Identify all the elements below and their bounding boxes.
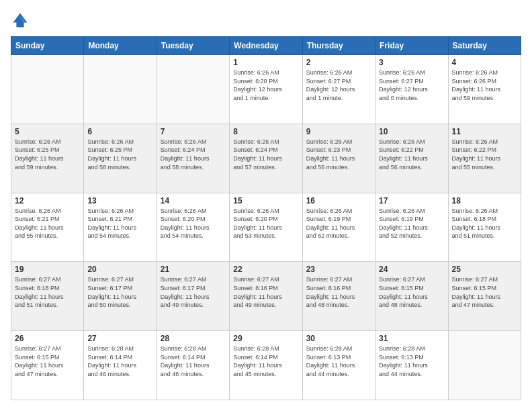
day-info: Sunrise: 6:27 AM Sunset: 6:15 PM Dayligh… <box>379 275 444 309</box>
calendar-day-cell: 31Sunrise: 6:28 AM Sunset: 6:13 PM Dayli… <box>375 331 448 400</box>
day-number: 12 <box>15 196 80 205</box>
calendar-day-cell: 6Sunrise: 6:26 AM Sunset: 6:25 PM Daylig… <box>84 124 157 193</box>
calendar-day-cell <box>11 55 84 124</box>
calendar-day-cell: 11Sunrise: 6:26 AM Sunset: 6:22 PM Dayli… <box>448 124 521 193</box>
day-number: 24 <box>379 265 444 274</box>
day-number: 28 <box>161 334 226 343</box>
calendar-day-cell: 30Sunrise: 6:28 AM Sunset: 6:13 PM Dayli… <box>302 331 375 400</box>
day-number: 18 <box>452 196 517 205</box>
day-number: 21 <box>161 265 226 274</box>
calendar-day-cell: 15Sunrise: 6:26 AM Sunset: 6:20 PM Dayli… <box>230 193 302 262</box>
weekday-header: Sunday <box>11 37 84 55</box>
weekday-header: Friday <box>375 37 448 55</box>
day-number: 10 <box>379 127 444 136</box>
calendar-day-cell: 18Sunrise: 6:26 AM Sunset: 6:18 PM Dayli… <box>448 193 521 262</box>
day-info: Sunrise: 6:26 AM Sunset: 6:27 PM Dayligh… <box>306 68 371 102</box>
day-info: Sunrise: 6:28 AM Sunset: 6:14 PM Dayligh… <box>161 345 226 378</box>
day-info: Sunrise: 6:26 AM Sunset: 6:24 PM Dayligh… <box>233 138 298 171</box>
calendar-day-cell: 22Sunrise: 6:27 AM Sunset: 6:16 PM Dayli… <box>230 262 302 331</box>
day-number: 27 <box>87 334 152 343</box>
day-info: Sunrise: 6:27 AM Sunset: 6:17 PM Dayligh… <box>87 275 152 309</box>
day-number: 9 <box>306 127 371 136</box>
header <box>11 11 521 30</box>
day-number: 13 <box>87 196 152 205</box>
calendar-day-cell: 17Sunrise: 6:26 AM Sunset: 6:19 PM Dayli… <box>375 193 448 262</box>
calendar-day-cell: 10Sunrise: 6:26 AM Sunset: 6:22 PM Dayli… <box>375 124 448 193</box>
day-info: Sunrise: 6:26 AM Sunset: 6:23 PM Dayligh… <box>306 138 371 171</box>
weekday-header: Monday <box>84 37 157 55</box>
weekday-header: Wednesday <box>230 37 302 55</box>
day-info: Sunrise: 6:26 AM Sunset: 6:22 PM Dayligh… <box>379 138 444 171</box>
day-number: 15 <box>233 196 298 205</box>
calendar-day-cell: 25Sunrise: 6:27 AM Sunset: 6:15 PM Dayli… <box>448 262 521 331</box>
day-info: Sunrise: 6:26 AM Sunset: 6:24 PM Dayligh… <box>161 138 226 171</box>
calendar-day-cell: 21Sunrise: 6:27 AM Sunset: 6:17 PM Dayli… <box>157 262 229 331</box>
calendar-day-cell: 4Sunrise: 6:26 AM Sunset: 6:26 PM Daylig… <box>448 55 521 124</box>
day-info: Sunrise: 6:26 AM Sunset: 6:25 PM Dayligh… <box>15 138 80 171</box>
day-number: 2 <box>306 58 371 67</box>
day-number: 3 <box>379 58 444 67</box>
day-number: 7 <box>161 127 226 136</box>
day-number: 30 <box>306 334 371 343</box>
calendar-day-cell: 28Sunrise: 6:28 AM Sunset: 6:14 PM Dayli… <box>157 331 229 400</box>
day-info: Sunrise: 6:28 AM Sunset: 6:13 PM Dayligh… <box>379 345 444 378</box>
day-info: Sunrise: 6:26 AM Sunset: 6:27 PM Dayligh… <box>379 68 444 102</box>
day-number: 1 <box>233 58 298 67</box>
calendar-day-cell: 27Sunrise: 6:28 AM Sunset: 6:14 PM Dayli… <box>84 331 157 400</box>
calendar-week-row: 26Sunrise: 6:27 AM Sunset: 6:15 PM Dayli… <box>11 331 521 400</box>
calendar-day-cell: 19Sunrise: 6:27 AM Sunset: 6:18 PM Dayli… <box>11 262 84 331</box>
page: SundayMondayTuesdayWednesdayThursdayFrid… <box>0 0 532 411</box>
day-info: Sunrise: 6:27 AM Sunset: 6:16 PM Dayligh… <box>306 275 371 309</box>
day-info: Sunrise: 6:27 AM Sunset: 6:15 PM Dayligh… <box>15 345 80 378</box>
calendar-day-cell: 12Sunrise: 6:26 AM Sunset: 6:21 PM Dayli… <box>11 193 84 262</box>
day-info: Sunrise: 6:28 AM Sunset: 6:14 PM Dayligh… <box>233 345 298 378</box>
calendar-day-cell: 24Sunrise: 6:27 AM Sunset: 6:15 PM Dayli… <box>375 262 448 331</box>
day-info: Sunrise: 6:26 AM Sunset: 6:26 PM Dayligh… <box>452 68 517 102</box>
calendar-table: SundayMondayTuesdayWednesdayThursdayFrid… <box>11 36 521 400</box>
calendar-day-cell: 7Sunrise: 6:26 AM Sunset: 6:24 PM Daylig… <box>157 124 229 193</box>
day-info: Sunrise: 6:27 AM Sunset: 6:17 PM Dayligh… <box>161 275 226 309</box>
calendar-day-cell: 3Sunrise: 6:26 AM Sunset: 6:27 PM Daylig… <box>375 55 448 124</box>
calendar-day-cell: 13Sunrise: 6:26 AM Sunset: 6:21 PM Dayli… <box>84 193 157 262</box>
calendar-day-cell <box>448 331 521 400</box>
day-number: 23 <box>306 265 371 274</box>
day-info: Sunrise: 6:26 AM Sunset: 6:20 PM Dayligh… <box>161 207 226 240</box>
weekday-header: Thursday <box>302 37 375 55</box>
calendar-week-row: 19Sunrise: 6:27 AM Sunset: 6:18 PM Dayli… <box>11 262 521 331</box>
day-info: Sunrise: 6:27 AM Sunset: 6:15 PM Dayligh… <box>452 275 517 309</box>
day-info: Sunrise: 6:26 AM Sunset: 6:21 PM Dayligh… <box>15 207 80 240</box>
calendar-day-cell: 16Sunrise: 6:26 AM Sunset: 6:19 PM Dayli… <box>302 193 375 262</box>
calendar-day-cell: 2Sunrise: 6:26 AM Sunset: 6:27 PM Daylig… <box>302 55 375 124</box>
calendar-day-cell: 9Sunrise: 6:26 AM Sunset: 6:23 PM Daylig… <box>302 124 375 193</box>
day-number: 8 <box>233 127 298 136</box>
day-info: Sunrise: 6:26 AM Sunset: 6:19 PM Dayligh… <box>379 207 444 240</box>
day-info: Sunrise: 6:28 AM Sunset: 6:13 PM Dayligh… <box>306 345 371 378</box>
day-number: 5 <box>15 127 80 136</box>
calendar-week-row: 1Sunrise: 6:26 AM Sunset: 6:28 PM Daylig… <box>11 55 521 124</box>
day-info: Sunrise: 6:26 AM Sunset: 6:20 PM Dayligh… <box>233 207 298 240</box>
day-number: 22 <box>233 265 298 274</box>
day-info: Sunrise: 6:26 AM Sunset: 6:18 PM Dayligh… <box>452 207 517 240</box>
calendar-day-cell: 1Sunrise: 6:26 AM Sunset: 6:28 PM Daylig… <box>230 55 302 124</box>
calendar-day-cell <box>84 55 157 124</box>
day-number: 29 <box>233 334 298 343</box>
day-info: Sunrise: 6:26 AM Sunset: 6:25 PM Dayligh… <box>87 138 152 171</box>
day-info: Sunrise: 6:26 AM Sunset: 6:21 PM Dayligh… <box>87 207 152 240</box>
logo <box>11 11 32 30</box>
day-info: Sunrise: 6:27 AM Sunset: 6:16 PM Dayligh… <box>233 275 298 309</box>
calendar-header-row: SundayMondayTuesdayWednesdayThursdayFrid… <box>11 37 521 55</box>
calendar-day-cell: 8Sunrise: 6:26 AM Sunset: 6:24 PM Daylig… <box>230 124 302 193</box>
calendar-day-cell: 20Sunrise: 6:27 AM Sunset: 6:17 PM Dayli… <box>84 262 157 331</box>
svg-marker-0 <box>13 13 28 28</box>
day-info: Sunrise: 6:26 AM Sunset: 6:28 PM Dayligh… <box>233 68 298 102</box>
day-info: Sunrise: 6:26 AM Sunset: 6:19 PM Dayligh… <box>306 207 371 240</box>
calendar-day-cell: 5Sunrise: 6:26 AM Sunset: 6:25 PM Daylig… <box>11 124 84 193</box>
calendar-day-cell: 29Sunrise: 6:28 AM Sunset: 6:14 PM Dayli… <box>230 331 302 400</box>
calendar-day-cell: 14Sunrise: 6:26 AM Sunset: 6:20 PM Dayli… <box>157 193 229 262</box>
day-number: 19 <box>15 265 80 274</box>
logo-icon <box>11 11 30 30</box>
calendar-day-cell: 23Sunrise: 6:27 AM Sunset: 6:16 PM Dayli… <box>302 262 375 331</box>
day-number: 4 <box>452 58 517 67</box>
day-number: 20 <box>87 265 152 274</box>
day-info: Sunrise: 6:27 AM Sunset: 6:18 PM Dayligh… <box>15 275 80 309</box>
